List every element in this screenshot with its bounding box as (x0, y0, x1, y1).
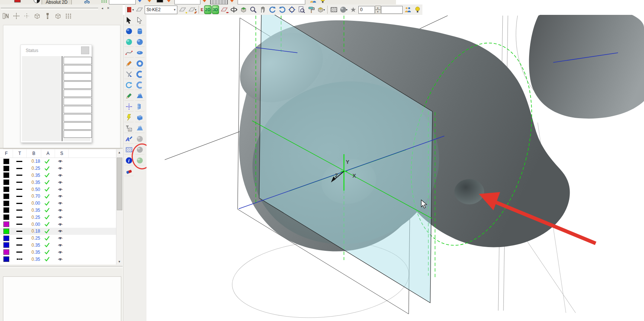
lightning-icon[interactable] (124, 113, 134, 122)
column-header-f[interactable]: F (0, 149, 13, 158)
layer-linestyle[interactable] (13, 259, 26, 260)
layer-color-swatch[interactable] (0, 159, 13, 164)
prism-icon[interactable] (135, 123, 145, 133)
layer-visibility-eye-icon[interactable] (54, 166, 67, 171)
layer-color-swatch[interactable] (0, 242, 13, 248)
layer-linestyle[interactable] (13, 168, 26, 169)
torus-icon[interactable] (135, 59, 145, 68)
layer-visibility-eye-icon[interactable] (54, 236, 67, 241)
layer-visibility-eye-icon[interactable] (54, 173, 67, 178)
zoom-fit-icon[interactable] (287, 5, 297, 14)
layer-active-check[interactable] (40, 256, 54, 262)
layer-color-swatch[interactable] (0, 179, 13, 185)
zoom-page-icon[interactable] (297, 5, 306, 14)
layer-linestyle[interactable] (13, 238, 26, 239)
layer-active-check[interactable] (40, 242, 54, 248)
layer-active-check[interactable] (40, 221, 54, 227)
layer-linestyle[interactable] (13, 217, 26, 218)
layer-row[interactable]: 0.25 (0, 214, 116, 221)
status-dialog-button[interactable] (81, 46, 89, 54)
layer-active-check[interactable] (40, 179, 54, 185)
box-icon[interactable] (135, 113, 145, 122)
shell-icon[interactable] (135, 80, 145, 90)
zoom-window-icon[interactable] (248, 5, 258, 14)
text-icon[interactable] (124, 134, 134, 144)
spinner-down-icon[interactable]: ▼ (375, 10, 381, 14)
tools-pliers-icon[interactable] (124, 69, 134, 79)
layer-linestyle[interactable] (13, 210, 26, 211)
layer-color-swatch[interactable] (0, 236, 13, 241)
panel-close-button[interactable]: ✕ (106, 6, 111, 10)
sphere-analysis-icon[interactable] (124, 37, 134, 47)
team-icon[interactable] (403, 5, 413, 14)
layer-active-check[interactable] (40, 194, 54, 199)
counter-value[interactable]: 0 (358, 6, 375, 14)
layer-visibility-eye-icon[interactable] (54, 243, 67, 248)
layer-row[interactable]: 0.18 (0, 228, 116, 235)
model-hole[interactable] (454, 179, 484, 204)
rotate-cw-icon[interactable] (277, 5, 287, 14)
layer-color-swatch[interactable] (0, 194, 13, 199)
layer-visibility-eye-icon[interactable] (54, 194, 67, 199)
layer-visibility-eye-icon[interactable] (54, 208, 67, 213)
sphere-solid-icon[interactable] (135, 37, 145, 47)
panel-collapse-button[interactable]: ◂ (100, 6, 105, 10)
wedge-icon[interactable] (135, 91, 145, 101)
layer-color-swatch[interactable] (0, 256, 13, 262)
rotate-view-icon[interactable] (229, 5, 239, 14)
layer-color-swatch[interactable] (0, 221, 13, 227)
layer-thickness-value[interactable]: 0.35 (26, 180, 40, 185)
eraser-icon[interactable] (124, 166, 134, 176)
curve-points-icon[interactable] (124, 48, 134, 58)
layer-color-swatch[interactable] (0, 201, 13, 206)
layer-active-check[interactable] (40, 159, 54, 164)
layer-row[interactable]: 0.35 (0, 256, 116, 263)
layer-color-swatch[interactable] (0, 207, 13, 213)
layer-thickness-value[interactable]: 0.18 (26, 159, 40, 164)
layer-color-swatch[interactable] (0, 214, 13, 220)
bolt-icon[interactable] (43, 12, 52, 20)
arc-solid-icon[interactable] (135, 69, 145, 79)
e-mode-label[interactable]: E (201, 7, 203, 12)
layer-thickness-value[interactable]: 0.35 (26, 243, 40, 248)
layer-row[interactable]: 0.50 (0, 186, 116, 193)
layer-active-check[interactable] (40, 236, 54, 241)
star-icon[interactable] (348, 5, 358, 14)
layer-visibility-eye-icon[interactable] (54, 228, 67, 234)
layer-thickness-value[interactable]: 0.70 (26, 194, 40, 199)
column-header-a[interactable]: A (41, 149, 55, 158)
layer-active-check[interactable] (40, 249, 54, 255)
workplane-combo[interactable]: St-KE2 ▾ (145, 6, 177, 14)
layer-visibility-eye-icon[interactable] (54, 201, 67, 206)
layer-active-check[interactable] (40, 166, 54, 171)
layer-thickness-value[interactable]: 0.35 (26, 257, 40, 262)
layer-row[interactable]: 0.00 (0, 221, 116, 228)
hex-solid-icon[interactable] (54, 12, 62, 20)
spinner-up-icon[interactable]: ▲ (375, 6, 381, 10)
sphere-gray2-icon[interactable] (135, 145, 145, 155)
scroll-up-icon[interactable]: ▲ (116, 149, 122, 155)
layer-thickness-value[interactable]: 0.00 (26, 201, 40, 206)
layer-visibility-eye-icon[interactable] (54, 222, 67, 227)
scroll-down-icon[interactable]: ▼ (116, 259, 122, 265)
pick-cursor-icon[interactable] (135, 16, 145, 25)
layer-visibility-eye-icon[interactable] (54, 215, 67, 220)
layer-thickness-value[interactable]: 0.25 (26, 215, 40, 220)
counter-spinner[interactable]: 0 ▲▼ (358, 6, 381, 14)
layer-visibility-eye-icon[interactable] (54, 180, 67, 185)
toolbar-field[interactable] (210, 0, 228, 4)
layer-active-check[interactable] (40, 228, 54, 234)
layer-row[interactable]: 0.18 (0, 158, 116, 165)
pencil-green-icon[interactable] (124, 91, 134, 101)
toolbar-field[interactable] (238, 0, 305, 4)
layer-active-check[interactable] (40, 187, 54, 192)
layer-linestyle[interactable] (13, 231, 26, 232)
workplane-icon[interactable] (135, 5, 144, 14)
assistant-bulb-icon[interactable] (413, 5, 422, 14)
layer-color-swatch[interactable] (0, 172, 13, 178)
layer-linestyle[interactable] (13, 252, 26, 253)
layer-row[interactable]: 0.00 (0, 200, 116, 207)
view-2d-button[interactable]: 2D (204, 5, 211, 14)
layer-thickness-value[interactable]: 0.25 (26, 236, 40, 241)
sphere-blue-icon[interactable] (124, 26, 134, 36)
